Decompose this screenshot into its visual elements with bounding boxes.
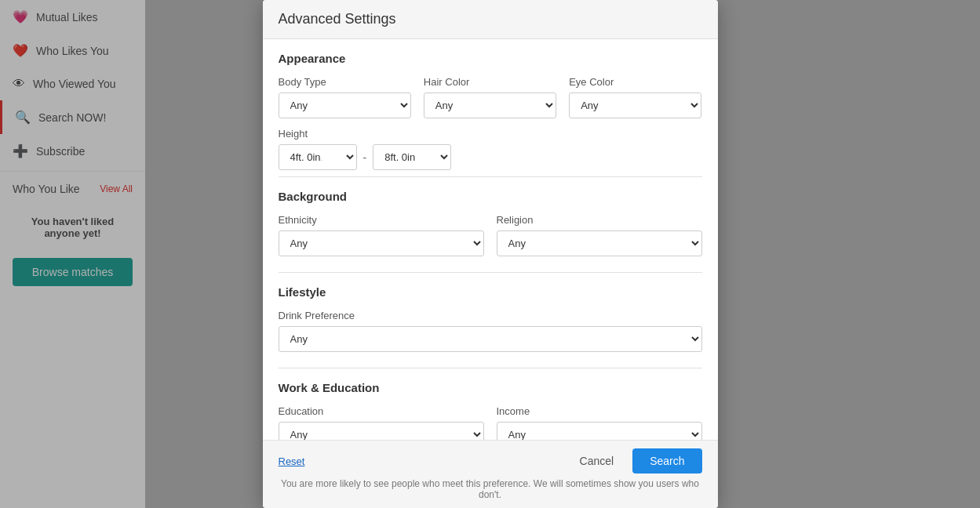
modal-header: Advanced Settings: [263, 0, 718, 39]
background-title: Background: [279, 190, 702, 203]
income-group: Income Any: [497, 405, 702, 440]
drink-preference-select[interactable]: Any: [279, 326, 702, 352]
lifestyle-fields-row: Drink Preference Any: [279, 310, 702, 352]
sidebar-item-subscribe[interactable]: ➕ Subscribe: [0, 134, 145, 168]
browse-matches-button[interactable]: Browse matches: [13, 258, 133, 286]
sidebar-item-search-now-label: Search NOW!: [38, 111, 106, 124]
sidebar-item-subscribe-label: Subscribe: [36, 145, 85, 158]
work-education-fields-row: Education Any Income Any: [279, 405, 702, 440]
subscribe-icon: ➕: [13, 143, 28, 158]
modal-footer: Reset Cancel Search You are more likely …: [263, 440, 718, 508]
heart-icon: ❤️: [13, 43, 28, 58]
lifestyle-section: Lifestyle Drink Preference Any: [279, 273, 702, 368]
education-label: Education: [279, 405, 484, 417]
footer-note: You are more likely to see people who me…: [279, 478, 702, 500]
cancel-button[interactable]: Cancel: [569, 448, 625, 474]
work-education-section: Work & Education Education Any Income An…: [279, 368, 702, 440]
sidebar-divider: [0, 171, 145, 172]
eye-icon: 👁: [13, 77, 25, 91]
work-education-title: Work & Education: [279, 381, 702, 394]
eye-color-label: Eye Color: [569, 76, 701, 88]
background-fields-row: Ethnicity Any Religion Any: [279, 214, 702, 256]
height-dash: -: [363, 151, 367, 164]
mutual-likes-icon: 💗: [13, 9, 28, 24]
appearance-title: Appearance: [279, 52, 702, 65]
no-liked-text: You haven't liked anyone yet!: [0, 203, 145, 252]
sidebar-item-who-likes-you[interactable]: ❤️ Who Likes You: [0, 34, 145, 67]
hair-color-select[interactable]: Any: [424, 93, 556, 118]
sidebar-item-who-viewed-you[interactable]: 👁 Who Viewed You: [0, 67, 145, 100]
drink-preference-label: Drink Preference: [279, 310, 702, 321]
sidebar-item-who-likes-you-label: Who Likes You: [36, 45, 109, 57]
education-select[interactable]: Any: [279, 422, 484, 440]
modal-title: Advanced Settings: [279, 11, 702, 27]
ethnicity-label: Ethnicity: [279, 214, 484, 226]
height-min-select[interactable]: 4ft. 0in.: [279, 144, 357, 170]
search-button[interactable]: Search: [632, 448, 701, 474]
religion-select[interactable]: Any: [497, 230, 702, 256]
hair-color-group: Hair Color Any: [424, 76, 556, 118]
hair-color-label: Hair Color: [424, 76, 556, 88]
sidebar: 💗 Mutual Likes ❤️ Who Likes You 👁 Who Vi…: [0, 0, 145, 508]
background-section: Background Ethnicity Any Religion Any: [279, 177, 702, 273]
income-label: Income: [497, 405, 702, 417]
who-you-like-section: Who You Like View All: [0, 175, 145, 203]
search-icon: 🔍: [15, 110, 31, 125]
sidebar-item-mutual-likes-label: Mutual Likes: [36, 11, 98, 24]
income-select[interactable]: Any: [497, 422, 702, 440]
body-type-select[interactable]: Any: [279, 93, 411, 118]
height-label: Height: [279, 128, 702, 140]
who-you-like-label: Who You Like: [13, 183, 80, 195]
education-group: Education Any: [279, 405, 484, 440]
lifestyle-title: Lifestyle: [279, 285, 702, 299]
eye-color-group: Eye Color Any: [569, 76, 701, 118]
religion-group: Religion Any: [497, 214, 702, 256]
reset-link[interactable]: Reset: [279, 455, 305, 467]
modal-body: Appearance Body Type Any Hair Color Any …: [263, 39, 718, 440]
appearance-fields-row: Body Type Any Hair Color Any Eye Color A…: [279, 76, 702, 118]
height-group: Height 4ft. 0in. - 8ft. 0in.: [279, 128, 702, 170]
height-row: 4ft. 0in. - 8ft. 0in.: [279, 144, 702, 170]
ethnicity-group: Ethnicity Any: [279, 214, 484, 256]
appearance-section: Appearance Body Type Any Hair Color Any …: [279, 39, 702, 177]
ethnicity-select[interactable]: Any: [279, 230, 484, 256]
eye-color-select[interactable]: Any: [569, 93, 701, 118]
height-max-select[interactable]: 8ft. 0in.: [373, 144, 451, 170]
body-type-group: Body Type Any: [279, 76, 411, 118]
drink-preference-group: Drink Preference Any: [279, 310, 702, 352]
sidebar-item-who-viewed-you-label: Who Viewed You: [33, 78, 116, 90]
body-type-label: Body Type: [279, 76, 411, 88]
sidebar-item-mutual-likes[interactable]: 💗 Mutual Likes: [0, 0, 145, 34]
religion-label: Religion: [497, 214, 702, 226]
advanced-settings-modal: Advanced Settings Appearance Body Type A…: [263, 0, 718, 508]
footer-actions: Reset Cancel Search: [279, 448, 702, 474]
sidebar-item-search-now[interactable]: 🔍 Search NOW!: [0, 100, 145, 134]
view-all-link[interactable]: View All: [100, 183, 133, 194]
